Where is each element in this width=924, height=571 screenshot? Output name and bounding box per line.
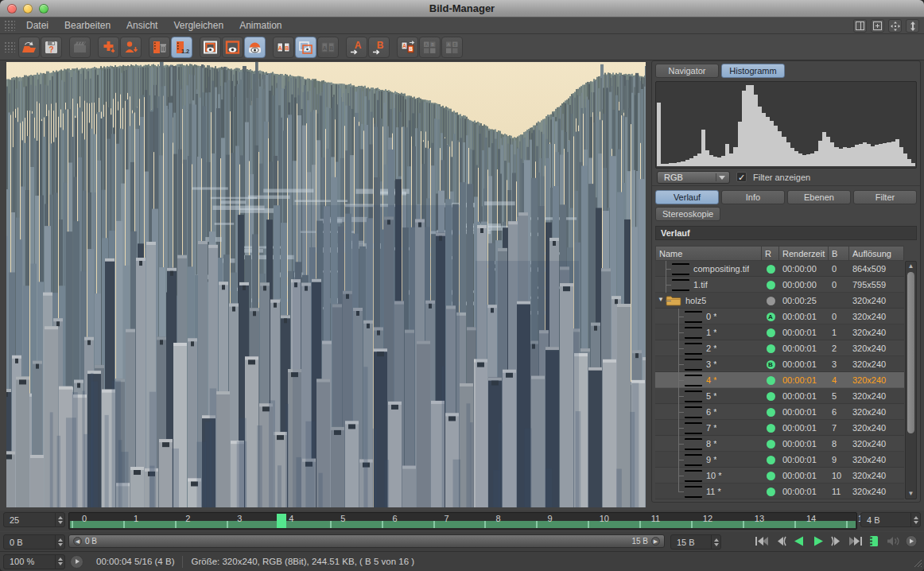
zoom-spinner[interactable]: 100 %: [3, 554, 65, 569]
move-panel-icon[interactable]: [888, 19, 902, 33]
stepper-arrows-icon[interactable]: [55, 513, 64, 526]
playback-options-round-button[interactable]: [903, 535, 919, 548]
channel-select[interactable]: RGB: [657, 171, 730, 184]
delete-image-button[interactable]: [149, 37, 170, 58]
column-header-name[interactable]: Name: [655, 246, 762, 261]
table-row-1-[interactable]: 1 *00:00:011320x240: [655, 324, 904, 340]
tab-stereoskopie[interactable]: Stereoskopie: [655, 207, 720, 221]
range-start-handle[interactable]: ◀ 0 B: [73, 537, 97, 546]
tab-info[interactable]: Info: [721, 190, 785, 204]
set-as-image-b-button[interactable]: B: [368, 37, 390, 58]
table-row-9-[interactable]: 9 *00:00:019320x240: [655, 452, 904, 468]
new-panel-icon[interactable]: [871, 19, 884, 33]
svg-text:A: A: [447, 41, 450, 46]
render-state-cell: A: [762, 313, 779, 321]
make-preview-button[interactable]: [69, 37, 91, 58]
ab-side-by-side-button[interactable]: AB: [273, 37, 294, 58]
stepper-arrows-icon[interactable]: [55, 535, 64, 549]
fps-spinner[interactable]: 25: [3, 512, 65, 527]
tab-navigator[interactable]: Navigator: [655, 64, 719, 78]
table-row-4-[interactable]: 4 *00:00:014320x240: [655, 372, 904, 388]
compare-layout-2-button[interactable]: AB: [441, 37, 463, 58]
compare-layout-1-button[interactable]: AB: [419, 37, 441, 58]
table-row-holz5[interactable]: ▼holz500:00:25320x240: [655, 293, 904, 309]
previous-frame-button[interactable]: [773, 535, 789, 548]
tab-verlauf[interactable]: Verlauf: [655, 190, 719, 204]
menu-animation[interactable]: Animation: [231, 17, 289, 33]
scrollbar-thumb[interactable]: [907, 272, 914, 433]
item-name: holz5: [685, 296, 706, 305]
menu-datei[interactable]: Datei: [18, 17, 56, 33]
split-panel-icon[interactable]: [853, 19, 867, 33]
column-header-b[interactable]: B: [829, 246, 849, 261]
table-row-7-[interactable]: 7 *00:00:017320x240: [655, 420, 904, 436]
single-image-mode-button[interactable]: 1.2: [171, 37, 192, 58]
image-viewport[interactable]: [6, 62, 646, 507]
table-row-6-[interactable]: 6 *00:00:016320x240: [655, 404, 904, 420]
next-frame-button[interactable]: [829, 535, 844, 548]
scroll-down-icon[interactable]: ▼: [907, 489, 915, 499]
column-header-r[interactable]: R: [762, 246, 779, 261]
stepper-arrows-icon[interactable]: [711, 535, 720, 549]
table-row-0-[interactable]: 0 *A00:00:010320x240: [655, 309, 904, 324]
titlebar[interactable]: Bild-Manager: [0, 0, 924, 17]
menu-vergleichen[interactable]: Vergleichen: [165, 17, 231, 33]
table-row-compositing-tif[interactable]: compositing.tif00:00:000864x509: [655, 261, 904, 277]
ab-difference-button[interactable]: AB: [317, 37, 339, 58]
column-header-aufloesung[interactable]: Auflösung: [849, 246, 904, 261]
menu-ansicht[interactable]: Ansicht: [118, 17, 165, 33]
single-image-mode-icon: 1.2: [173, 39, 190, 56]
show-image-ab-button[interactable]: [244, 37, 266, 58]
frame-ruler[interactable]: 0123456789101112131415: [68, 512, 857, 530]
dock-user-down-button[interactable]: [120, 37, 142, 58]
table-row-2-[interactable]: 2 *00:00:012320x240: [655, 340, 904, 356]
table-row-3-[interactable]: 3 *B00:00:013320x240: [655, 356, 904, 372]
toolbar-grip-icon[interactable]: [4, 41, 15, 52]
menu-grip-icon[interactable]: [4, 20, 15, 31]
show-image-a-button[interactable]: [200, 37, 221, 58]
range-left-cap-icon[interactable]: ◀: [73, 537, 82, 546]
range-right-cap-icon[interactable]: ▶: [651, 537, 660, 546]
set-as-image-a-button[interactable]: A: [346, 37, 367, 58]
dock-image-down-button[interactable]: [98, 37, 119, 58]
range-start-spinner[interactable]: 0 B: [3, 534, 65, 550]
table-row-5-[interactable]: 5 *00:00:015320x240: [655, 388, 904, 404]
play-backward-button[interactable]: [791, 535, 807, 548]
rendered-image[interactable]: [6, 62, 646, 507]
tab-ebenen[interactable]: Ebenen: [787, 190, 851, 204]
preview-range-slider[interactable]: ◀ 0 B 15 B ▶: [68, 534, 665, 548]
ab-split-view-button[interactable]: [295, 37, 316, 58]
show-image-b-button[interactable]: [222, 37, 243, 58]
current-frame-spinner[interactable]: 4 B: [860, 512, 921, 527]
table-row-10-[interactable]: 10 *00:00:0110320x240: [655, 468, 904, 484]
table-row-8-[interactable]: 8 *00:00:018320x240: [655, 436, 904, 452]
stepper-arrows-icon[interactable]: [910, 513, 920, 526]
stepper-arrows-icon[interactable]: [55, 555, 64, 569]
range-end-spinner[interactable]: 15 B: [670, 534, 721, 550]
goto-end-button[interactable]: [848, 535, 864, 548]
resize-panel-icon[interactable]: [906, 19, 919, 33]
vertical-scrollbar[interactable]: ▲ ▼: [905, 261, 917, 499]
scroll-up-icon[interactable]: ▲: [907, 262, 915, 271]
audio-toggle-button[interactable]: [885, 535, 901, 548]
table-row-11-[interactable]: 11 *00:00:0111320x240: [655, 484, 904, 499]
tab-histogramm[interactable]: Histogramm: [721, 64, 785, 78]
tab-filter[interactable]: Filter: [853, 190, 917, 204]
menu-bearbeiten[interactable]: Bearbeiten: [56, 17, 118, 33]
play-forward-button[interactable]: [810, 535, 826, 548]
goto-start-button[interactable]: [754, 535, 770, 548]
swap-ab-button[interactable]: AB: [397, 37, 418, 58]
save-image-as-button[interactable]: ?: [41, 37, 62, 58]
playhead[interactable]: [277, 514, 286, 528]
resize-grip-icon[interactable]: [914, 559, 922, 569]
table-row-1-tif[interactable]: 1.tif00:00:000795x559: [655, 277, 904, 293]
ram-player-button[interactable]: [866, 535, 882, 548]
frame-label-10: 10: [600, 514, 609, 523]
column-header-renderzeit[interactable]: Renderzeit: [779, 246, 829, 261]
open-image-button[interactable]: [18, 37, 40, 58]
filter-checkbox[interactable]: ✓: [736, 172, 747, 182]
frame-label-0: 0: [82, 514, 87, 523]
expander-icon[interactable]: ▼: [658, 296, 664, 303]
range-end-handle[interactable]: 15 B ▶: [631, 537, 660, 546]
play-options-button[interactable]: [70, 555, 83, 569]
